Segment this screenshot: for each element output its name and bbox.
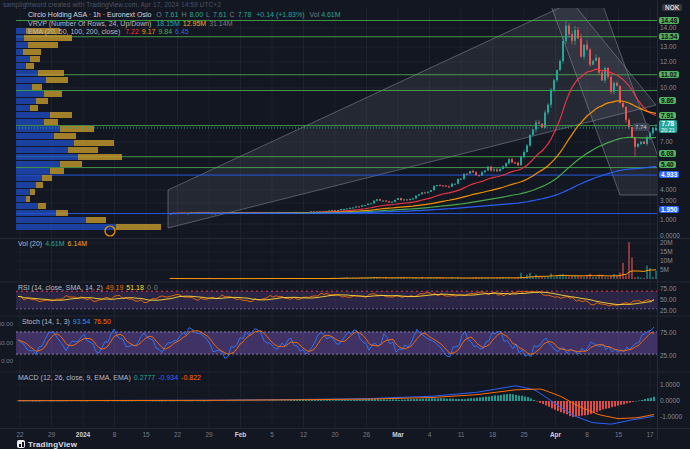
price-axis-label: 15M bbox=[660, 248, 673, 255]
rsi-label[interactable]: RSI (14, close, SMA, 14, 2) bbox=[18, 284, 103, 291]
rsi-pane[interactable] bbox=[16, 291, 657, 309]
stoch-legend[interactable]: Stoch (14, 1, 3)93.5476.50 bbox=[22, 318, 111, 326]
volume-label[interactable]: Vol (20) bbox=[18, 240, 42, 247]
vrvp-legend-row[interactable]: VRVP (Number Of Rows, 24, Up/Down) 18.15… bbox=[28, 20, 341, 28]
volume-legend[interactable]: Vol (20)4.61M6.14M bbox=[18, 240, 87, 248]
time-axis-label: 11 bbox=[458, 431, 465, 438]
vol-label: Vol bbox=[309, 11, 319, 18]
legend-value: 93.54 bbox=[73, 318, 91, 325]
main-symbol-legend[interactable]: Circio Holding ASA · 1h · Euronext Oslo … bbox=[28, 11, 341, 37]
time-axis-label: 29 bbox=[48, 431, 55, 438]
ema-legend-row[interactable]: EMA (20, 50, 100, 200, close) 7.229.179.… bbox=[28, 28, 341, 36]
change-value: +0.14 (+1.83%) bbox=[256, 11, 304, 18]
price-axis-label: 50.00 bbox=[660, 296, 676, 303]
price-axis-label: 1.950 bbox=[659, 206, 679, 213]
legend-value: 0 bbox=[147, 284, 151, 291]
price-axis-label: 1.000 bbox=[660, 216, 676, 223]
price-axis-label: 0.0000 bbox=[660, 232, 680, 239]
time-axis-label: Feb bbox=[235, 431, 247, 438]
legend-value: 31.14M bbox=[209, 20, 232, 27]
legend-value: 51.18 bbox=[126, 284, 144, 291]
legend-value: 4.61M bbox=[45, 240, 64, 247]
price-axis-label: -1.0000 bbox=[660, 413, 682, 420]
volume-profile[interactable] bbox=[16, 28, 161, 230]
time-axis-label: 4 bbox=[428, 431, 432, 438]
time-axis-label: Mar bbox=[392, 431, 404, 438]
tradingview-logo-icon bbox=[17, 440, 25, 448]
macd-pane[interactable] bbox=[16, 386, 657, 424]
symbol-ohlc-row[interactable]: Circio Holding ASA · 1h · Euronext Oslo … bbox=[28, 11, 341, 19]
legend-value: -0.822 bbox=[181, 374, 201, 381]
time-axis-label: 25 bbox=[520, 431, 527, 438]
axis-flag: 7.74 bbox=[633, 123, 649, 131]
snapshot-watermark: samplightword created with TradingView.c… bbox=[3, 1, 221, 8]
footer-bar: TradingView bbox=[0, 439, 690, 449]
price-axis-label: 10.00 bbox=[660, 84, 676, 91]
price-axis-label: 11.02 bbox=[659, 71, 679, 78]
price-axis-label: 3.000 bbox=[660, 197, 676, 204]
time-axis-label: 22 bbox=[16, 431, 23, 438]
legend-value: 7.22 bbox=[125, 28, 139, 35]
price-axis-label: 25.00 bbox=[660, 352, 676, 359]
stoch-values: 93.5476.50 bbox=[70, 318, 111, 325]
symbol-title[interactable]: Circio Holding ASA · 1h · Euronext Oslo bbox=[28, 11, 151, 18]
price-axis-label: 4.000 bbox=[660, 186, 676, 193]
legend-value: 7.61 bbox=[213, 11, 227, 18]
stoch-label[interactable]: Stoch (14, 1, 3) bbox=[22, 318, 70, 325]
price-axis-label: 1.0000 bbox=[660, 381, 680, 388]
stoch-pane[interactable] bbox=[16, 327, 657, 359]
legend-value: H bbox=[181, 11, 186, 18]
vrvp-label[interactable]: VRVP (Number Of Rows, 24, Up/Down) bbox=[28, 20, 151, 27]
price-axis-label: 14.48 bbox=[659, 17, 679, 24]
price-axis-label: 13.00 bbox=[660, 43, 676, 50]
price-axis-label: 6.08 bbox=[659, 150, 676, 157]
legend-value: L bbox=[206, 11, 210, 18]
ema-label[interactable]: EMA (20, 50, 100, 200, close) bbox=[28, 28, 120, 35]
volume-values: 4.61M6.14M bbox=[42, 240, 87, 247]
price-axis-label: 5M bbox=[660, 266, 669, 273]
ema-values: 7.229.179.846.45 bbox=[122, 28, 189, 35]
price-axis-label: 14.00 bbox=[660, 24, 676, 31]
macd-values: 0.2777-0.934-0.822 bbox=[131, 374, 201, 381]
macd-legend[interactable]: MACD (12, 26, close, 9, EMA, EMA)0.2777-… bbox=[18, 374, 201, 382]
legend-value: 0 bbox=[154, 284, 158, 291]
tradingview-logo[interactable]: TradingView bbox=[17, 440, 77, 449]
legend-value: 9.84 bbox=[158, 28, 172, 35]
legend-value: 6.14M bbox=[68, 240, 87, 247]
tradingview-chart-window: samplightword created with TradingView.c… bbox=[0, 0, 690, 449]
stoch-left-scale[interactable]: 100.0050.000.00 bbox=[0, 0, 15, 440]
price-axis-label: 4.933 bbox=[659, 171, 679, 178]
legend-value: O bbox=[156, 11, 161, 18]
legend-value: 8.00 bbox=[189, 11, 203, 18]
macd-label[interactable]: MACD (12, 26, close, 9, EMA, EMA) bbox=[18, 374, 131, 381]
price-axis-label: 5.40 bbox=[659, 161, 676, 168]
vol-value: 4.61M bbox=[321, 11, 340, 18]
legend-value: C bbox=[230, 11, 235, 18]
price-axis-label: 25.00 bbox=[660, 307, 676, 314]
price-axis-label: 7.91 bbox=[659, 112, 676, 119]
ohlc-values: O7.61H8.00L7.61C7.78 bbox=[153, 11, 251, 18]
price-scale[interactable]: NOK 14.4814.0013.5413.0012.0011.0210.009… bbox=[657, 0, 690, 440]
currency-badge[interactable]: NOK bbox=[662, 4, 682, 11]
vrvp-values: 18.15M12.95M31.14M bbox=[153, 20, 232, 27]
rsi-values: 49.1951.1800 bbox=[103, 284, 158, 291]
legend-value: 9.17 bbox=[142, 28, 156, 35]
stoch-scale-label: 0.00 bbox=[1, 358, 13, 364]
legend-value: 0.2777 bbox=[134, 374, 155, 381]
stoch-scale-label: 50.00 bbox=[0, 340, 13, 346]
time-axis-label: 12 bbox=[300, 431, 307, 438]
price-axis-label: 12.00 bbox=[660, 58, 676, 65]
stoch-scale-label: 100.00 bbox=[0, 321, 13, 327]
legend-value: 7.78 bbox=[238, 11, 252, 18]
price-axis-label: 13.54 bbox=[659, 33, 679, 40]
price-axis-label: 75.00 bbox=[660, 285, 676, 292]
rsi-legend[interactable]: RSI (14, close, SMA, 14, 2)49.1951.1800 bbox=[18, 284, 158, 292]
time-axis-label: 18 bbox=[489, 431, 496, 438]
legend-value: 6.45 bbox=[175, 28, 189, 35]
price-axis-label: 0.0000 bbox=[660, 397, 680, 404]
time-axis-label: 8 bbox=[585, 431, 589, 438]
time-axis-label: 17 bbox=[646, 431, 653, 438]
time-axis-label: 22 bbox=[174, 431, 181, 438]
legend-value: 12.95M bbox=[183, 20, 206, 27]
legend-value: 18.15M bbox=[156, 20, 179, 27]
